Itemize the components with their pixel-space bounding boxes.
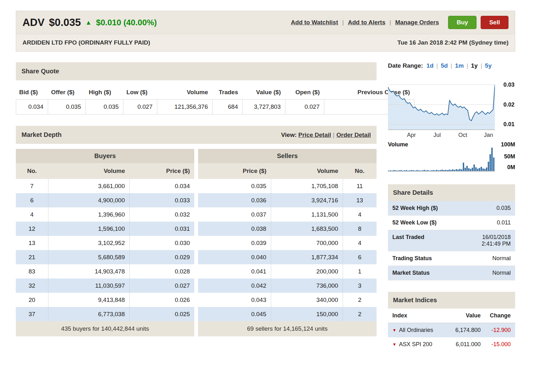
share-details-panel: Share Details 52 Week High ($)0.03552 We… bbox=[388, 184, 515, 280]
share-quote-col-header: High ($) bbox=[86, 85, 123, 100]
share-detail-value: Normal bbox=[492, 255, 511, 262]
date-range-5d[interactable]: 5d bbox=[441, 62, 448, 69]
share-quote-header: Share Quote bbox=[16, 62, 377, 80]
seller-price: 0.037 bbox=[198, 207, 271, 222]
buy-button[interactable]: Buy bbox=[448, 16, 477, 29]
date-range-1d[interactable]: 1d bbox=[427, 62, 433, 69]
view-label: View: bbox=[281, 132, 296, 138]
price-axis-label: 0.03 bbox=[503, 82, 514, 88]
depth-row: 0.0371,131,5004 bbox=[198, 207, 377, 222]
down-triangle-icon: ▼ bbox=[392, 342, 396, 347]
share-detail-row: Last Traded16/01/2018 2:41:49 PM bbox=[388, 230, 515, 251]
price-axis-labels: 0.03 0.02 0.01 bbox=[495, 79, 514, 130]
add-to-alerts-link[interactable]: Add to Alerts bbox=[348, 19, 385, 26]
buyer-count: 37 bbox=[16, 307, 48, 321]
buyer-volume: 11,030,597 bbox=[48, 279, 129, 293]
indices-col-change: Change bbox=[481, 312, 511, 319]
sell-button[interactable]: Sell bbox=[481, 16, 508, 29]
buyer-price: 0.027 bbox=[129, 279, 194, 293]
depth-row: 73,661,0000.034 bbox=[16, 179, 194, 193]
buyer-volume: 1,596,100 bbox=[48, 222, 129, 236]
index-label: All Ordinaries bbox=[399, 327, 433, 334]
share-quote-col-header: Trades bbox=[213, 85, 243, 100]
index-row: ▼All Ordinaries6,174.800-12.900 bbox=[388, 323, 515, 337]
buyer-count: 12 bbox=[16, 222, 48, 236]
share-details-title: Share Details bbox=[388, 184, 515, 201]
buyers-title: Buyers bbox=[16, 149, 194, 163]
depth-row: 0.039700,0004 bbox=[198, 236, 377, 250]
buyer-volume: 14,903,478 bbox=[48, 264, 129, 279]
market-indices-panel: Market Indices Index Value Change ▼All O… bbox=[388, 292, 515, 352]
buyers-tbody: 73,661,0000.03464,900,0000.03341,396,960… bbox=[16, 179, 194, 321]
share-quote-value: 0.027 bbox=[123, 100, 157, 114]
depth-row: 121,596,1000.031 bbox=[16, 222, 194, 236]
volume-axis-label: 100M bbox=[501, 141, 515, 148]
seller-volume: 1,877,334 bbox=[271, 250, 343, 264]
content: Share Quote Bid ($)Offer ($)High ($)Low … bbox=[16, 62, 515, 352]
sellers-table: Price ($) Volume No. 0.0351,705,108110.0… bbox=[198, 163, 377, 321]
order-detail-link[interactable]: Order Detail bbox=[336, 132, 371, 138]
quote-summary: ADV $0.035 ▲ $0.010 (40.00%) bbox=[22, 16, 157, 28]
depth-row: 0.041200,0001 bbox=[198, 264, 377, 279]
up-arrow-icon: ▲ bbox=[85, 19, 92, 26]
depth-row: 376,773,0380.025 bbox=[16, 307, 194, 321]
share-quote-table: Bid ($)Offer ($)High ($)Low ($)VolumeTra… bbox=[16, 85, 415, 114]
link-separator: | bbox=[342, 19, 344, 26]
seller-volume: 1,683,500 bbox=[271, 222, 343, 236]
stock-price: $0.035 bbox=[49, 16, 81, 28]
date-range-1m[interactable]: 1m bbox=[455, 62, 464, 69]
date-range-separator: | bbox=[451, 62, 452, 69]
buyer-volume: 3,102,952 bbox=[48, 236, 129, 250]
sellers-header-row: Price ($) Volume No. bbox=[198, 163, 377, 179]
header-box: ADV $0.035 ▲ $0.010 (40.00%) Add to Watc… bbox=[16, 11, 515, 52]
seller-price: 0.036 bbox=[198, 193, 271, 207]
header-actions: Add to Watchlist | Add to Alerts | Manag… bbox=[291, 16, 508, 29]
price-axis-label: 0.01 bbox=[503, 121, 514, 128]
seller-count: 3 bbox=[343, 279, 377, 293]
seller-price: 0.035 bbox=[198, 179, 271, 193]
stock-change: $0.010 (40.00%) bbox=[96, 18, 157, 28]
sellers-summary: 69 sellers for 14,165,124 units bbox=[198, 321, 377, 336]
seller-volume: 1,705,108 bbox=[271, 179, 343, 193]
share-details-rows: 52 Week High ($)0.03552 Week Low ($)0.01… bbox=[388, 201, 515, 280]
share-detail-label: 52 Week High ($) bbox=[392, 205, 438, 211]
share-quote-col-header: Offer ($) bbox=[48, 85, 86, 100]
index-name[interactable]: ▼ASX SPI 200 bbox=[392, 341, 443, 348]
date-range-5y[interactable]: 5y bbox=[485, 62, 492, 69]
depth-row: 209,413,8480.026 bbox=[16, 293, 194, 307]
indices-col-value: Value bbox=[443, 312, 481, 319]
date-range-label: Date Range: bbox=[388, 62, 423, 69]
price-chart-svg bbox=[388, 79, 495, 130]
seller-count: 2 bbox=[343, 307, 377, 321]
time-axis-label: Apr bbox=[407, 132, 416, 138]
index-name[interactable]: ▼All Ordinaries bbox=[392, 327, 443, 334]
share-quote-col-header: Low ($) bbox=[123, 85, 157, 100]
depth-row: 3211,030,5970.027 bbox=[16, 279, 194, 293]
share-quote-value: 0.035 bbox=[48, 100, 86, 114]
buyers-col-volume: Volume bbox=[48, 163, 129, 179]
company-bar: ARDIDEN LTD FPO (ORDINARY FULLY PAID) Tu… bbox=[16, 34, 515, 51]
seller-count: 6 bbox=[343, 250, 377, 264]
share-quote-value: 121,356,376 bbox=[157, 100, 213, 114]
volume-chart-svg bbox=[388, 144, 495, 172]
add-to-watchlist-link[interactable]: Add to Watchlist bbox=[291, 19, 338, 26]
buyer-volume: 4,900,000 bbox=[48, 193, 129, 207]
share-quote-header-row: Bid ($)Offer ($)High ($)Low ($)VolumeTra… bbox=[16, 85, 415, 100]
time-axis-labels: Apr Jul Oct Jan bbox=[388, 132, 495, 140]
share-quote-value: 0.034 bbox=[16, 100, 48, 114]
buyer-price: 0.033 bbox=[129, 193, 194, 207]
date-range-separator: | bbox=[481, 62, 482, 69]
market-depth-header: Market Depth View: Price Detail|Order De… bbox=[16, 126, 377, 144]
buyer-price: 0.028 bbox=[129, 264, 194, 279]
seller-price: 0.039 bbox=[198, 236, 271, 250]
seller-count: 4 bbox=[343, 236, 377, 250]
seller-price: 0.042 bbox=[198, 279, 271, 293]
price-detail-link[interactable]: Price Detail bbox=[298, 132, 331, 138]
view-links: View: Price Detail|Order Detail bbox=[281, 132, 371, 138]
manage-orders-link[interactable]: Manage Orders bbox=[395, 19, 439, 26]
seller-volume: 340,000 bbox=[271, 293, 343, 307]
date-range-1y[interactable]: 1y bbox=[471, 62, 478, 69]
share-detail-label: 52 Week Low ($) bbox=[392, 219, 437, 226]
buyer-volume: 5,680,589 bbox=[48, 250, 129, 264]
buyer-count: 7 bbox=[16, 179, 48, 193]
